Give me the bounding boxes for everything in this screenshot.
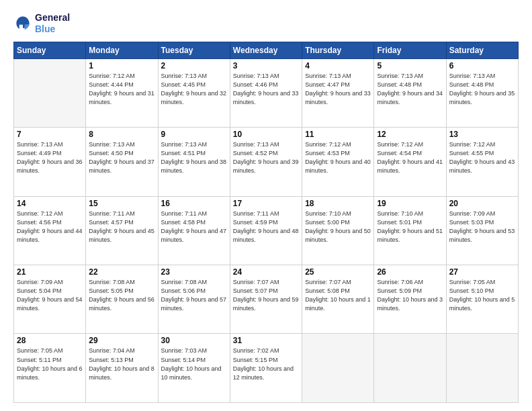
day-number: 10 [233, 130, 299, 139]
day-number: 24 [233, 267, 299, 277]
calendar-cell: 21Sunrise: 7:09 AMSunset: 5:04 PMDayligh… [14, 265, 86, 334]
day-number: 4 [305, 61, 371, 71]
calendar-cell: 5Sunrise: 7:13 AMSunset: 4:48 PMDaylight… [374, 58, 446, 127]
day-info: Sunrise: 7:07 AMSunset: 5:07 PMDaylight:… [233, 278, 299, 313]
logo-icon [13, 14, 32, 33]
day-info: Sunrise: 7:06 AMSunset: 5:09 PMDaylight:… [377, 278, 443, 313]
day-number: 2 [161, 61, 227, 71]
day-info: Sunrise: 7:10 AMSunset: 5:01 PMDaylight:… [377, 210, 443, 244]
calendar-cell: 13Sunrise: 7:12 AMSunset: 4:55 PMDayligh… [446, 128, 518, 196]
day-number: 1 [89, 61, 154, 71]
calendar-cell: 20Sunrise: 7:09 AMSunset: 5:03 PMDayligh… [446, 196, 518, 265]
day-info: Sunrise: 7:04 AMSunset: 5:13 PMDaylight:… [89, 347, 154, 381]
day-number: 3 [233, 61, 299, 71]
day-info: Sunrise: 7:13 AMSunset: 4:49 PMDaylight:… [17, 140, 83, 175]
day-info: Sunrise: 7:05 AMSunset: 5:10 PMDaylight:… [449, 278, 515, 313]
day-info: Sunrise: 7:08 AMSunset: 5:06 PMDaylight:… [161, 278, 227, 313]
calendar-cell: 12Sunrise: 7:12 AMSunset: 4:54 PMDayligh… [374, 128, 446, 196]
day-number: 20 [449, 199, 515, 208]
day-info: Sunrise: 7:07 AMSunset: 5:08 PMDaylight:… [305, 278, 371, 313]
calendar-cell: 14Sunrise: 7:12 AMSunset: 4:56 PMDayligh… [14, 196, 86, 265]
logo-text: General Blue [35, 12, 70, 35]
day-number: 26 [377, 267, 443, 277]
day-info: Sunrise: 7:05 AMSunset: 5:11 PMDaylight:… [17, 347, 83, 381]
calendar-cell [302, 334, 374, 403]
day-number: 21 [17, 267, 83, 277]
calendar-cell: 22Sunrise: 7:08 AMSunset: 5:05 PMDayligh… [86, 265, 158, 334]
day-number: 31 [233, 336, 299, 345]
day-info: Sunrise: 7:13 AMSunset: 4:51 PMDaylight:… [161, 140, 227, 175]
page: General Blue SundayMondayTuesdayWednesda… [0, 0, 532, 411]
calendar-cell: 1Sunrise: 7:12 AMSunset: 4:44 PMDaylight… [86, 58, 158, 127]
calendar-cell: 3Sunrise: 7:13 AMSunset: 4:46 PMDaylight… [230, 58, 302, 127]
weekday-header-friday: Friday [374, 42, 446, 58]
calendar-cell: 2Sunrise: 7:13 AMSunset: 4:45 PMDaylight… [158, 58, 230, 127]
calendar-cell [14, 58, 86, 127]
day-number: 19 [377, 199, 443, 208]
day-number: 22 [89, 267, 154, 277]
day-number: 29 [89, 336, 154, 345]
weekday-header-sunday: Sunday [14, 42, 86, 58]
day-info: Sunrise: 7:13 AMSunset: 4:52 PMDaylight:… [233, 140, 299, 175]
day-number: 11 [305, 130, 371, 139]
calendar-table: SundayMondayTuesdayWednesdayThursdayFrid… [13, 42, 519, 403]
day-info: Sunrise: 7:13 AMSunset: 4:50 PMDaylight:… [89, 140, 154, 175]
logo: General Blue [13, 12, 70, 35]
calendar-cell: 28Sunrise: 7:05 AMSunset: 5:11 PMDayligh… [14, 334, 86, 403]
day-info: Sunrise: 7:02 AMSunset: 5:15 PMDaylight:… [233, 347, 299, 381]
header: General Blue [13, 12, 519, 35]
calendar-cell: 19Sunrise: 7:10 AMSunset: 5:01 PMDayligh… [374, 196, 446, 265]
day-info: Sunrise: 7:11 AMSunset: 4:58 PMDaylight:… [161, 210, 227, 244]
calendar-cell: 23Sunrise: 7:08 AMSunset: 5:06 PMDayligh… [158, 265, 230, 334]
calendar-cell: 16Sunrise: 7:11 AMSunset: 4:58 PMDayligh… [158, 196, 230, 265]
day-info: Sunrise: 7:09 AMSunset: 5:04 PMDaylight:… [17, 278, 83, 313]
calendar-cell: 10Sunrise: 7:13 AMSunset: 4:52 PMDayligh… [230, 128, 302, 196]
calendar-cell: 9Sunrise: 7:13 AMSunset: 4:51 PMDaylight… [158, 128, 230, 196]
week-row-1: 7Sunrise: 7:13 AMSunset: 4:49 PMDaylight… [14, 128, 519, 196]
day-number: 23 [161, 267, 227, 277]
day-info: Sunrise: 7:08 AMSunset: 5:05 PMDaylight:… [89, 278, 154, 313]
calendar-cell: 25Sunrise: 7:07 AMSunset: 5:08 PMDayligh… [302, 265, 374, 334]
day-info: Sunrise: 7:11 AMSunset: 4:57 PMDaylight:… [89, 210, 154, 244]
calendar-cell: 7Sunrise: 7:13 AMSunset: 4:49 PMDaylight… [14, 128, 86, 196]
day-number: 6 [449, 61, 515, 71]
day-info: Sunrise: 7:03 AMSunset: 5:14 PMDaylight:… [161, 347, 227, 381]
day-number: 27 [449, 267, 515, 277]
day-info: Sunrise: 7:13 AMSunset: 4:48 PMDaylight:… [449, 72, 515, 107]
day-info: Sunrise: 7:12 AMSunset: 4:53 PMDaylight:… [305, 140, 371, 175]
calendar-cell: 24Sunrise: 7:07 AMSunset: 5:07 PMDayligh… [230, 265, 302, 334]
calendar-cell: 17Sunrise: 7:11 AMSunset: 4:59 PMDayligh… [230, 196, 302, 265]
calendar-cell: 26Sunrise: 7:06 AMSunset: 5:09 PMDayligh… [374, 265, 446, 334]
day-info: Sunrise: 7:12 AMSunset: 4:54 PMDaylight:… [377, 140, 443, 175]
day-number: 25 [305, 267, 371, 277]
day-number: 15 [89, 199, 154, 208]
day-info: Sunrise: 7:13 AMSunset: 4:47 PMDaylight:… [305, 72, 371, 107]
day-info: Sunrise: 7:12 AMSunset: 4:56 PMDaylight:… [17, 210, 83, 244]
week-row-4: 28Sunrise: 7:05 AMSunset: 5:11 PMDayligh… [14, 334, 519, 403]
day-number: 16 [161, 199, 227, 208]
weekday-header-thursday: Thursday [302, 42, 374, 58]
calendar-cell [374, 334, 446, 403]
day-info: Sunrise: 7:12 AMSunset: 4:55 PMDaylight:… [449, 140, 515, 175]
day-number: 7 [17, 130, 83, 139]
day-number: 5 [377, 61, 443, 71]
day-number: 17 [233, 199, 299, 208]
day-number: 14 [17, 199, 83, 208]
day-info: Sunrise: 7:10 AMSunset: 5:00 PMDaylight:… [305, 210, 371, 244]
calendar-cell: 27Sunrise: 7:05 AMSunset: 5:10 PMDayligh… [446, 265, 518, 334]
weekday-header-tuesday: Tuesday [158, 42, 230, 58]
week-row-0: 1Sunrise: 7:12 AMSunset: 4:44 PMDaylight… [14, 58, 519, 127]
day-number: 9 [161, 130, 227, 139]
calendar-cell: 15Sunrise: 7:11 AMSunset: 4:57 PMDayligh… [86, 196, 158, 265]
week-row-3: 21Sunrise: 7:09 AMSunset: 5:04 PMDayligh… [14, 265, 519, 334]
calendar-cell [446, 334, 518, 403]
day-number: 30 [161, 336, 227, 345]
calendar-cell: 4Sunrise: 7:13 AMSunset: 4:47 PMDaylight… [302, 58, 374, 127]
calendar-cell: 8Sunrise: 7:13 AMSunset: 4:50 PMDaylight… [86, 128, 158, 196]
day-number: 12 [377, 130, 443, 139]
week-row-2: 14Sunrise: 7:12 AMSunset: 4:56 PMDayligh… [14, 196, 519, 265]
calendar-cell: 11Sunrise: 7:12 AMSunset: 4:53 PMDayligh… [302, 128, 374, 196]
weekday-header-wednesday: Wednesday [230, 42, 302, 58]
day-info: Sunrise: 7:13 AMSunset: 4:48 PMDaylight:… [377, 72, 443, 107]
weekday-header-row: SundayMondayTuesdayWednesdayThursdayFrid… [14, 42, 519, 58]
